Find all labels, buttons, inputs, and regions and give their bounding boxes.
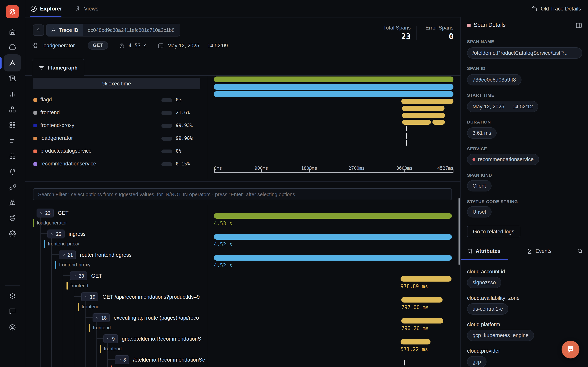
sidebar-item-exceptions[interactable] [4,149,21,163]
collapse-chip[interactable]: 9 [104,334,118,343]
collapse-chip[interactable]: 21 [59,250,76,259]
waterfall-bar[interactable] [401,297,442,302]
back-button[interactable] [33,25,44,36]
span-details-header: Span Details [461,17,588,34]
service-color-swatch [34,98,37,102]
collapse-panel-button[interactable] [576,22,582,29]
duration-value[interactable]: 3.61 ms [467,127,497,139]
sidebar-item-support[interactable] [4,304,21,318]
flame-bar-tiny[interactable] [406,133,407,139]
sidebar-item-versions[interactable] [4,289,21,303]
collapse-chip[interactable]: 8 [115,355,129,364]
sidebar-item-integrations[interactable] [4,180,21,194]
flame-bar-frontend[interactable] [402,113,445,118]
attribute-value[interactable]: gcp_kubernetes_engine [467,330,534,341]
sidebar-item-service-map[interactable] [4,211,21,225]
attribute-value[interactable]: us-central1-c [467,303,508,315]
flame-bar-loadgenerator[interactable] [214,76,453,82]
collapse-chip[interactable]: 19 [81,292,99,301]
service-value[interactable]: recommendationservice [467,154,539,165]
sidebar-item-home[interactable] [4,25,21,39]
span-row[interactable]: 9 grpc.oteldemo.RecommendationS [104,334,208,343]
scrollbar[interactable] [458,198,460,265]
old-trace-details-button[interactable]: Old Trace Details [531,0,581,17]
span-row[interactable]: 23 GET [36,209,208,217]
exec-pct: 0% [176,148,182,154]
span-row[interactable]: 22 ingress [47,230,208,238]
sidebar-item-metrics[interactable] [4,87,21,101]
waterfall-duration: 978.89 ms [401,284,428,289]
legend-row[interactable]: flagd 0% [33,97,200,104]
span-row[interactable]: 8 /oteldemo.RecommendationSe [115,355,208,364]
status-code-label: STATUS CODE STRING [467,199,518,204]
legend-row[interactable]: productcatalogservice 0% [33,148,200,155]
span-details-title: Span Details [474,22,506,28]
sidebar-item-logs[interactable] [4,71,21,85]
trace-id-chip[interactable]: Trace ID dc048bd9c88a2411efc801c710a2c1b… [46,24,180,36]
waterfall-bar-tiny[interactable] [404,360,405,366]
tab-explorer[interactable]: Explorer [30,0,62,17]
flame-bar-frontend[interactable] [402,120,431,125]
sidebar-item-messaging-queues[interactable] [4,102,21,117]
legend-row[interactable]: frontend-proxy 99.93% [33,122,200,129]
legend-row[interactable]: recommendationservice 0.15% [33,161,200,168]
collapse-chip[interactable]: 22 [47,230,65,238]
flame-bar-frontend[interactable] [401,99,453,104]
collapse-chip[interactable]: 20 [70,271,87,280]
sidebar-item-traces[interactable] [4,54,21,71]
sidebar-item-exceptions-monitor[interactable] [4,196,21,210]
flame-bar-tiny[interactable] [406,126,407,131]
flame-bar-frontend-proxy[interactable] [214,84,453,90]
tower-icon [75,5,81,12]
span-id-value[interactable]: 736ec0e8d03a9ff8 [467,74,521,85]
span-name: GET [58,210,69,216]
start-time-value[interactable]: May 12, 2025 — 14:52:12 [467,101,538,112]
span-row[interactable]: 21 router frontend egress [59,250,208,259]
active-nav-indicator [0,57,1,69]
attribute-value[interactable]: signozsso [467,277,501,288]
span-kind-value[interactable]: Client [467,180,491,192]
sidebar-item-alerts[interactable] [4,165,21,179]
tab-attributes[interactable]: Attributes [467,248,501,254]
waterfall-bar[interactable] [214,234,452,240]
legend-row[interactable]: frontend 21.6% [33,109,200,117]
waterfall-bar[interactable] [401,276,451,282]
active-details-tab-underline [461,259,508,260]
span-name-value[interactable]: /oteldemo.ProductCatalogService/ListP... [467,47,582,59]
collapse-chip[interactable]: 18 [93,313,110,322]
tab-views[interactable]: Views [75,0,98,17]
sidebar-item-account[interactable] [4,320,21,334]
service-color-swatch [34,150,37,153]
waterfall-bar[interactable] [214,255,452,261]
go-to-related-logs-button[interactable]: Go to related logs [467,226,520,237]
collapse-chip[interactable]: 23 [36,209,54,217]
waterfall-bar[interactable] [214,213,452,219]
flame-bar-frontend[interactable] [402,106,444,111]
flame-bar-tiny[interactable] [406,140,407,146]
attribute-value[interactable]: gcp [467,356,486,367]
flame-bar-frontend-proxy[interactable] [214,91,453,97]
flame-bar-frontend[interactable] [432,120,445,125]
span-row[interactable]: 20 GET [70,271,208,280]
signoz-logo[interactable] [6,5,19,18]
span-row[interactable]: 18 executing api route (pages) /api/reco [93,313,208,322]
tab-flamegraph[interactable]: Flamegraph [32,59,84,76]
search-filter-input[interactable] [33,188,452,200]
service-name: loadgenerator [40,135,73,141]
sidebar-item-pipelines[interactable] [4,133,21,148]
support-chat-button[interactable] [562,341,579,359]
grid-icon [9,122,16,129]
gear-icon [9,230,16,237]
sidebar-item-dashboards[interactable] [4,118,21,132]
span-row[interactable]: 19 GET /api/recommendations?productIds=9 [81,292,208,301]
sidebar-item-services[interactable] [4,40,21,54]
waterfall-bar[interactable] [401,339,431,344]
span-name: GET [91,273,102,279]
tab-events[interactable]: Events [527,248,552,254]
legend-row[interactable]: loadgenerator 99.98% [33,135,200,142]
bookmark-icon [467,248,473,254]
sidebar-item-settings[interactable] [4,227,21,241]
status-code-value[interactable]: Unset [467,206,492,217]
attributes-search-button[interactable] [577,248,583,254]
waterfall-bar[interactable] [401,318,443,324]
